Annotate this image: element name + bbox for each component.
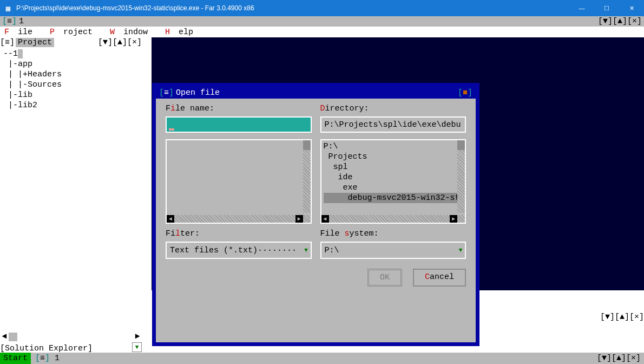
filesystem-combo[interactable]: P:\▼ [320,242,466,259]
file-list-hscroll[interactable]: ◄ ► [167,215,311,223]
dialog-title: Open file [176,88,220,98]
open-file-dialog: [≡] Open file [■] File name: ◄ ► [152,83,479,346]
directory-input[interactable]: P:\Projects\spl\ide\exe\debu [320,116,466,133]
menu-file[interactable]: File [4,28,47,37]
file-listbox[interactable]: ◄ ► [166,139,312,224]
tab-controls[interactable]: [▼][▲][×] [598,17,642,26]
directory-tree[interactable]: P:\ Projects spl ide exe debug-msvc2015-… [324,141,458,215]
scroll-left-icon[interactable]: ◄ [0,332,9,341]
scroll-left-icon: ◄ [321,215,329,223]
top-tabbar: ≡ 1 [▼][▲][×] [0,16,644,27]
sidebar-head-symbol[interactable]: ≡ [0,38,15,47]
chevron-down-icon: ▼ [456,247,465,253]
project-tree[interactable]: --1 |-app | |+Headers | |-Sources |-lib … [0,48,142,332]
tab-number[interactable]: 1 [19,17,24,26]
sidebar-hscroll[interactable]: ◄ ► [0,332,142,342]
filter-combo[interactable]: Text files (*.txt)········▼ [166,242,312,259]
status-tab[interactable]: ≡ 1 [31,354,64,363]
start-button[interactable]: Start [0,353,31,364]
scroll-left-icon: ◄ [167,215,174,223]
directory-label: Directory: [320,104,466,113]
maximize-button[interactable]: ☐ [594,0,619,16]
sidebar-tab-controls[interactable]: [▼][▲][×] [98,38,142,47]
chevron-down-icon: ▼ [302,247,311,253]
menubar: File Project Window Help [0,27,644,37]
close-button[interactable]: ✕ [619,0,644,16]
cancel-button[interactable]: Cancel [413,269,466,287]
scroll-right-icon: ► [450,215,457,223]
scroll-right-icon: ► [295,215,303,223]
filesystem-label: File system: [320,229,466,238]
dir-list-vscroll[interactable] [457,140,465,213]
solution-explorer-label[interactable]: [Solution Explorer] [0,344,93,353]
window-title: P:\Projects\spl\ide\exe\debug-msvc2015-w… [16,4,569,12]
minimize-button[interactable]: — [569,0,594,16]
filename-label: File name: [166,104,312,113]
menu-project[interactable]: Project [50,28,107,37]
ok-button: OK [367,269,402,287]
app-icon: ▦ [0,4,16,13]
filter-label: Filter: [166,229,312,238]
status-controls[interactable]: [▼][▲][×] [597,354,644,363]
scroll-thumb[interactable] [9,333,17,341]
sidebar: ≡ Project [▼][▲][×] --1 |-app | |+Header… [0,37,142,353]
sidebar-header: ≡ Project [▼][▲][×] [0,37,142,48]
tab-symbol[interactable]: ≡ [2,17,17,26]
editor-tab-controls[interactable]: [▼][▲][×] [600,313,644,322]
sidebar-footer: [Solution Explorer] ▼ [0,342,142,353]
menu-help[interactable]: Help [165,28,207,37]
dialog-close-icon[interactable]: [■] [458,88,472,98]
sidebar-dropdown-icon[interactable]: ▼ [132,342,142,352]
file-list-vscroll[interactable] [303,140,311,213]
directory-listbox[interactable]: P:\ Projects spl ide exe debug-msvc2015-… [320,139,466,224]
dir-list-hscroll[interactable]: ◄ ► [321,215,465,223]
statusbar: Start ≡ 1 [▼][▲][×] [0,353,644,364]
sidebar-tab-project[interactable]: Project [16,38,54,47]
menu-window[interactable]: Window [110,28,162,37]
window-titlebar: ▦ P:\Projects\spl\ide\exe\debug-msvc2015… [0,0,644,16]
dialog-head-icon[interactable]: ≡ [164,88,169,98]
filename-input[interactable] [166,116,312,133]
scroll-right-icon[interactable]: ► [133,332,142,341]
